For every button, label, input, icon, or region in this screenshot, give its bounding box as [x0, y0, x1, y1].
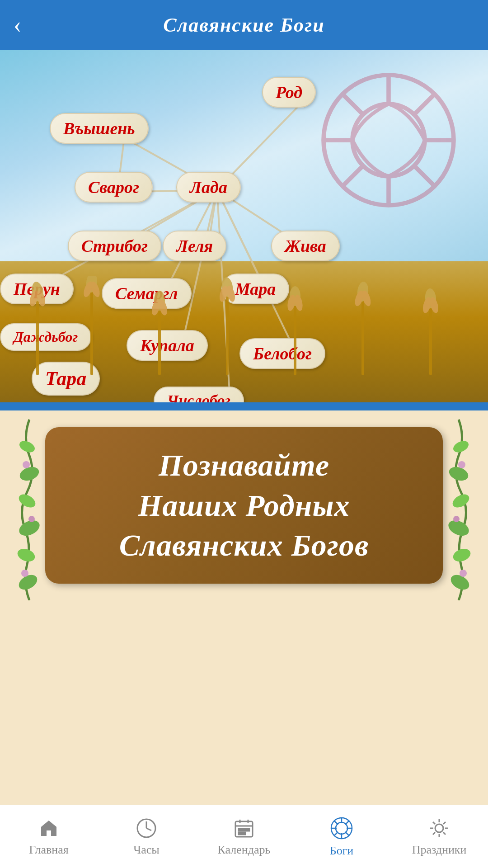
svg-rect-43 — [361, 294, 364, 375]
svg-line-9 — [343, 166, 363, 187]
svg-point-57 — [21, 570, 28, 577]
svg-rect-78 — [247, 829, 249, 831]
nav-item-gods[interactable]: Боги — [293, 816, 390, 858]
svg-rect-31 — [158, 303, 161, 375]
info-box-text: ПознавайтеНаших РодныхСлавянских Богов — [119, 445, 369, 565]
svg-line-97 — [443, 832, 446, 835]
svg-rect-77 — [243, 829, 245, 831]
svg-rect-23 — [36, 294, 39, 375]
svg-line-8 — [415, 94, 435, 114]
svg-rect-79 — [239, 832, 241, 835]
nav-item-clock[interactable]: Часы — [98, 817, 195, 857]
svg-point-67 — [453, 516, 460, 522]
god-lada[interactable]: Лада — [176, 172, 241, 203]
svg-line-98 — [443, 822, 446, 824]
sun-icon — [428, 817, 450, 840]
svg-rect-80 — [243, 832, 245, 835]
nav-label-clock: Часы — [133, 843, 159, 857]
back-button[interactable]: ‹ — [14, 13, 21, 37]
svg-line-88 — [345, 832, 349, 835]
svg-rect-27 — [90, 285, 93, 375]
bottom-navigation: Главная Часы Календарь — [0, 805, 488, 868]
middle-section: ПознавайтеНаших РодныхСлавянских Богов — [0, 410, 488, 600]
svg-point-91 — [435, 824, 443, 832]
nav-label-home: Главная — [29, 843, 68, 857]
svg-line-99 — [433, 832, 435, 835]
svg-point-59 — [23, 461, 30, 468]
svg-point-55 — [18, 464, 41, 483]
svg-point-1 — [352, 104, 425, 176]
svg-rect-35 — [226, 289, 229, 375]
svg-point-61 — [451, 547, 472, 564]
nav-label-calendar: Календарь — [218, 843, 271, 857]
svg-point-64 — [447, 464, 470, 483]
svg-rect-76 — [239, 829, 241, 831]
god-rod[interactable]: Род — [262, 77, 316, 108]
god-stribog[interactable]: Стрибог — [68, 231, 161, 261]
blue-divider — [0, 402, 488, 410]
nav-item-holidays[interactable]: Праздники — [390, 817, 488, 857]
slavic-symbol — [316, 68, 461, 212]
gods-icon — [329, 816, 354, 840]
clock-icon — [135, 817, 158, 840]
info-box: ПознавайтеНаших РодныхСлавянских Богов — [45, 427, 443, 583]
god-zhiva[interactable]: Жива — [271, 231, 340, 261]
svg-line-7 — [415, 166, 435, 187]
god-vysheni[interactable]: Въышень — [50, 113, 149, 144]
svg-point-58 — [28, 516, 35, 522]
svg-line-90 — [334, 832, 338, 835]
svg-rect-39 — [294, 298, 296, 375]
svg-line-89 — [345, 821, 349, 825]
svg-rect-47 — [429, 301, 432, 375]
header-title: Славянские Боги — [163, 14, 325, 37]
svg-line-87 — [334, 821, 338, 825]
svg-line-6 — [343, 94, 363, 114]
nav-label-holidays: Праздники — [412, 843, 467, 857]
god-lelya[interactable]: Леля — [163, 231, 226, 261]
app-header: ‹ Славянские Боги — [0, 0, 488, 50]
home-icon — [38, 817, 60, 840]
svg-line-71 — [146, 828, 151, 830]
nav-label-gods: Боги — [330, 844, 354, 858]
svg-point-52 — [16, 547, 37, 564]
calendar-icon — [233, 817, 255, 840]
gods-map-section: Род Въышень Сварог Лада Стрибог Леля Жив… — [0, 50, 488, 402]
nav-item-calendar[interactable]: Календарь — [195, 817, 293, 857]
wheat-stalks-decoration — [0, 276, 488, 402]
nav-item-home[interactable]: Главная — [0, 817, 98, 857]
svg-point-66 — [460, 570, 467, 577]
svg-point-68 — [458, 461, 465, 468]
svg-line-96 — [433, 822, 435, 824]
god-svarog[interactable]: Сварог — [75, 172, 153, 203]
